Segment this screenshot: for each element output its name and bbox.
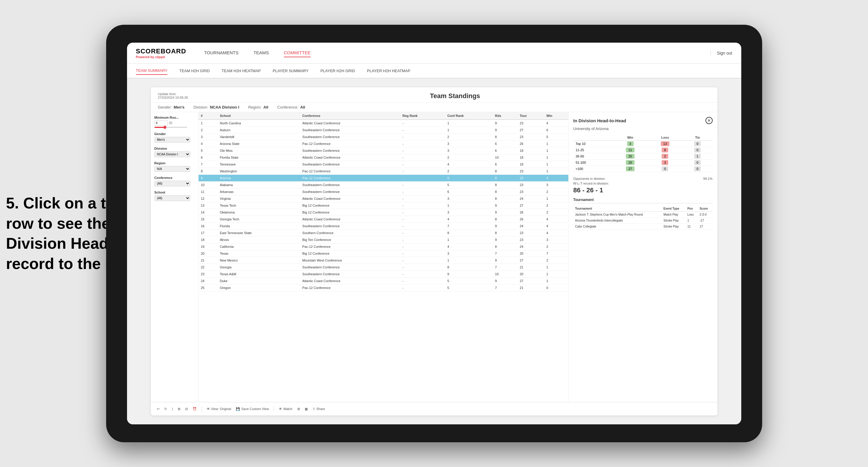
- cell-rank: 17: [198, 229, 218, 237]
- cell-school: Virginia: [217, 195, 300, 202]
- conference-select[interactable]: (All): [154, 181, 190, 186]
- subnav-player-h2h-heatmap[interactable]: PLAYER H2H HEATMAP: [367, 67, 410, 74]
- toolbar-layout[interactable]: ⊞: [297, 407, 300, 411]
- h2h-cell-tie: 1: [683, 153, 713, 160]
- toolbar-watch[interactable]: 👁 Watch: [279, 407, 292, 411]
- subnav-player-h2h-grid[interactable]: PLAYER H2H GRID: [320, 67, 355, 74]
- cell-school: Florida: [217, 223, 300, 229]
- h2h-row: 51-100 20 3 0: [574, 160, 713, 166]
- h2h-row: 26-50 25 2 1: [574, 153, 713, 160]
- toolbar-copy[interactable]: ⊞: [178, 407, 180, 411]
- table-row[interactable]: 25 Oregon Pac-12 Conference - 5 7 21 0: [198, 284, 568, 291]
- table-row[interactable]: 19 California Pac-12 Conference - 4 8 24…: [198, 243, 568, 250]
- cell-conference: Southeastern Conference: [300, 134, 400, 141]
- cell-win: 2: [544, 243, 568, 250]
- table-row[interactable]: 18 Illinois Big Ten Conference - 1 9 23 …: [198, 237, 568, 243]
- h2h-close-button[interactable]: ✕: [706, 117, 713, 124]
- subnav-player-summary[interactable]: PLAYER SUMMARY: [273, 67, 309, 74]
- toolbar-paste[interactable]: ⊟: [185, 407, 188, 411]
- slider-track[interactable]: [154, 127, 187, 128]
- table-row[interactable]: 9 Arizona Pac-12 Conference - 5 8 23 3: [198, 175, 568, 182]
- nav-teams[interactable]: TEAMS: [253, 49, 269, 57]
- cell-school: Arizona: [217, 175, 300, 182]
- toolbar-view-original[interactable]: 👁 View: Original: [207, 407, 231, 411]
- cell-rank: 15: [198, 216, 218, 223]
- cell-conference: Atlantic Coast Conference: [300, 195, 400, 202]
- filter-gender: Gender: Men's: [158, 105, 185, 110]
- subnav-team-summary[interactable]: TEAM SUMMARY: [136, 67, 167, 75]
- cell-win: 2: [544, 209, 568, 216]
- cell-conf-rank: 1: [445, 202, 493, 209]
- record-big: 86 - 26 - 1: [574, 186, 713, 194]
- toolbar-forward[interactable]: ⟩: [172, 407, 173, 411]
- toolbar-grid[interactable]: ▦: [305, 407, 308, 411]
- sidebar-filters: Minimum Rou... 20 Gender: [151, 112, 198, 402]
- cell-rank: 23: [198, 271, 218, 278]
- table-row[interactable]: 7 Tennessee Southeastern Conference - 4 …: [198, 161, 568, 168]
- min-rounds-input[interactable]: [154, 121, 168, 126]
- cell-school: Texas: [217, 250, 300, 257]
- cell-rank: 2: [198, 127, 218, 134]
- logo-subtitle: Powered by clippd: [136, 55, 186, 59]
- table-row[interactable]: 10 Alabama Southeastern Conference - 5 8…: [198, 182, 568, 188]
- subnav-team-h2h-heatmap[interactable]: TEAM H2H HEATMAP: [221, 67, 260, 74]
- table-row[interactable]: 24 Duke Atlantic Coast Conference - 5 9 …: [198, 278, 568, 284]
- col-rds: Rds: [493, 112, 517, 120]
- cell-school: Alabama: [217, 182, 300, 188]
- table-row[interactable]: 4 Arizona State Pac-12 Conference - 3 6 …: [198, 141, 568, 147]
- table-row[interactable]: 12 Virginia Atlantic Coast Conference - …: [198, 195, 568, 202]
- table-row[interactable]: 23 Texas A&M Southeastern Conference - 9…: [198, 271, 568, 278]
- cell-tour: 23: [517, 188, 544, 195]
- nav-tournaments[interactable]: TOURNAMENTS: [204, 49, 239, 57]
- sign-out-button[interactable]: Sign out: [711, 51, 732, 56]
- table-row[interactable]: 6 Florida State Atlantic Coast Conferenc…: [198, 154, 568, 161]
- gender-select[interactable]: Men's Women's: [154, 137, 190, 143]
- cell-rds: 9: [493, 202, 517, 209]
- table-row[interactable]: 22 Georgia Southeastern Conference - 8 7…: [198, 264, 568, 271]
- t-col-name: Tournament: [574, 206, 662, 212]
- cell-win: 4: [544, 120, 568, 127]
- dashboard-panel: Update time: 27/03/2024 16:56:26 Team St…: [151, 87, 717, 415]
- cell-tour: 23: [517, 229, 544, 237]
- table-row[interactable]: 2 Auburn Southeastern Conference - 1 9 2…: [198, 127, 568, 134]
- top-nav: SCOREBOARD Powered by clippd TOURNAMENTS…: [127, 43, 741, 64]
- cell-tour: 24: [517, 243, 544, 250]
- toolbar-save-custom[interactable]: 💾 Save Custom View: [236, 407, 269, 411]
- cell-school: Illinois: [217, 237, 300, 243]
- cell-rank: 18: [198, 237, 218, 243]
- cell-conference: Southeastern Conference: [300, 271, 400, 278]
- table-row[interactable]: 16 Florida Southeastern Conference - 7 9…: [198, 223, 568, 229]
- subnav-team-h2h-grid[interactable]: TEAM H2H GRID: [179, 67, 210, 74]
- table-row[interactable]: 20 Texas Big 12 Conference - 3 7 20 7: [198, 250, 568, 257]
- cell-school: New Mexico: [217, 257, 300, 264]
- cell-reg-rank: -: [400, 278, 445, 284]
- table-row[interactable]: 11 Arkansas Southeastern Conference - 6 …: [198, 188, 568, 195]
- cell-rds: 7: [493, 284, 517, 291]
- region-select[interactable]: N/A: [154, 166, 190, 172]
- table-row[interactable]: 15 Georgia Tech Atlantic Coast Conferenc…: [198, 216, 568, 223]
- school-select[interactable]: (All): [154, 195, 190, 201]
- t-cell-type: Stroke Play: [662, 218, 685, 224]
- cell-conference: Pac-12 Conference: [300, 168, 400, 175]
- nav-committee[interactable]: COMMITTEE: [284, 49, 311, 57]
- cell-rank: 1: [198, 120, 218, 127]
- table-row[interactable]: 8 Washington Pac-12 Conference - 2 8 23 …: [198, 168, 568, 175]
- table-row[interactable]: 3 Vanderbilt Southeastern Conference - 2…: [198, 134, 568, 141]
- h2h-cell-label: >100: [574, 166, 613, 172]
- toolbar-undo[interactable]: ↩: [157, 407, 159, 411]
- toolbar-share[interactable]: ⇪ Share: [312, 407, 325, 411]
- panel-header: Update time: 27/03/2024 16:56:26 Team St…: [151, 87, 717, 102]
- table-row[interactable]: 17 East Tennessee State Southern Confere…: [198, 229, 568, 237]
- table-row[interactable]: 5 Ole Miss Southeastern Conference - 3 6…: [198, 147, 568, 154]
- table-row[interactable]: 14 Oklahoma Big 12 Conference - 3 9 26 2: [198, 209, 568, 216]
- toolbar-redo[interactable]: ↻: [164, 407, 167, 411]
- table-row[interactable]: 13 Texas Tech Big 12 Conference - 1 9 27…: [198, 202, 568, 209]
- slider-thumb[interactable]: [163, 126, 166, 129]
- toolbar-clock[interactable]: ⏰: [193, 407, 197, 411]
- cell-school: Arizona State: [217, 141, 300, 147]
- division-select[interactable]: NCAA Division I: [154, 152, 190, 157]
- cell-conf-rank: 1: [445, 120, 493, 127]
- cell-tour: 23: [517, 120, 544, 127]
- table-row[interactable]: 1 North Carolina Atlantic Coast Conferen…: [198, 120, 568, 127]
- table-row[interactable]: 21 New Mexico Mountain West Conference -…: [198, 257, 568, 264]
